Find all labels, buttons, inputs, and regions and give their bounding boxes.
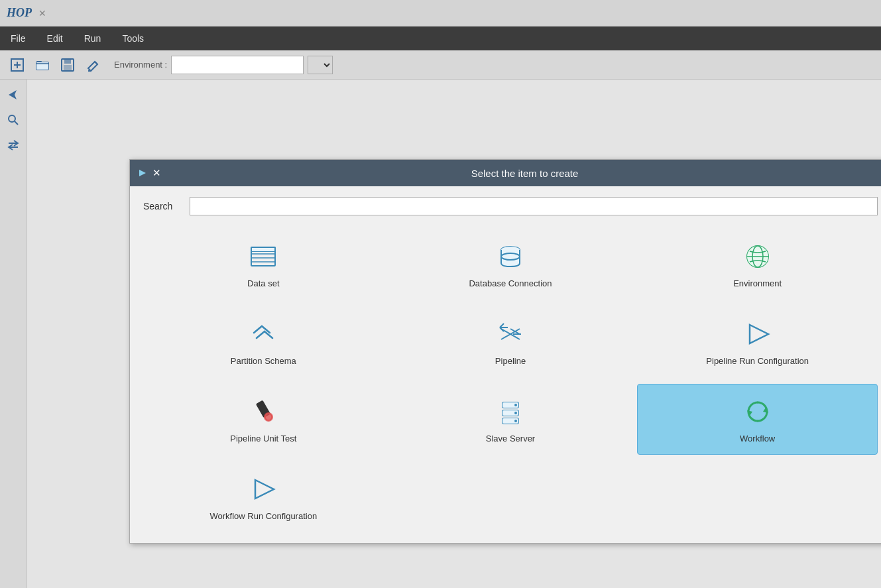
search-input[interactable] (190, 197, 878, 215)
save-icon (60, 58, 75, 72)
search-tool-button[interactable] (3, 110, 23, 130)
svg-marker-10 (9, 90, 17, 99)
dialog-title-bar: ✕ Select the item to create (130, 160, 881, 186)
share-tool-button[interactable] (3, 135, 23, 155)
environment-dropdown[interactable] (308, 56, 333, 74)
menu-run[interactable]: Run (80, 30, 105, 46)
dialog-title: Select the item to create (166, 168, 881, 179)
dialog-pin-icon[interactable]: ✕ (152, 167, 161, 179)
item-slave-server[interactable]: Slave Server (390, 384, 631, 455)
menu-bar: File Edit Run Tools (0, 27, 881, 50)
svg-point-11 (9, 115, 15, 122)
items-grid: Data set Database Connection (143, 229, 878, 532)
app-logo: HOP (7, 6, 32, 20)
main-area: ✕ Select the item to create Search (27, 80, 881, 588)
open-icon (35, 58, 50, 72)
menu-file[interactable]: File (7, 30, 30, 46)
menu-tools[interactable]: Tools (118, 30, 148, 46)
pipeline-run-config-icon (743, 318, 772, 351)
database-icon (496, 240, 525, 273)
globe-icon (743, 240, 772, 273)
dialog-play-icon (138, 168, 147, 178)
pipeline-unit-test-label: Pipeline Unit Test (230, 434, 296, 443)
item-database-connection[interactable]: Database Connection (390, 229, 631, 300)
item-partition-schema[interactable]: Partition Schema (143, 306, 384, 377)
edit-icon (86, 58, 100, 72)
environment-label-item: Environment (733, 278, 782, 288)
svg-line-12 (15, 121, 18, 125)
search-row: Search (143, 197, 878, 215)
menu-edit[interactable]: Edit (43, 30, 67, 46)
dataset-icon (249, 240, 278, 273)
workflow-run-config-icon (249, 473, 278, 506)
close-icon[interactable]: ✕ (38, 8, 46, 19)
arrow-tool-button[interactable] (3, 85, 23, 105)
title-bar: HOP ✕ (0, 0, 881, 27)
dataset-label: Data set (247, 278, 279, 288)
new-icon (10, 58, 25, 72)
workflow-icon (743, 395, 772, 428)
item-workflow[interactable]: Workflow (637, 384, 878, 455)
workflow-label: Workflow (740, 434, 775, 443)
pipeline-icon (496, 318, 525, 351)
save-button[interactable] (57, 54, 78, 76)
svg-rect-8 (64, 65, 72, 70)
pipeline-run-configuration-label: Pipeline Run Configuration (706, 356, 809, 366)
pipeline-label: Pipeline (495, 356, 526, 366)
svg-marker-45 (255, 480, 274, 499)
partition-icon (249, 318, 278, 351)
share-icon (7, 139, 19, 151)
new-button[interactable] (7, 54, 28, 76)
side-toolbar (0, 80, 27, 588)
item-workflow-run-configuration[interactable]: Workflow Run Configuration (143, 461, 384, 532)
test-icon (249, 395, 278, 428)
search-icon (7, 114, 19, 126)
item-pipeline-run-configuration[interactable]: Pipeline Run Configuration (637, 306, 878, 377)
svg-marker-30 (750, 325, 768, 343)
svg-point-41 (514, 412, 517, 414)
item-pipeline-unit-test[interactable]: Pipeline Unit Test (143, 384, 384, 455)
environment-input[interactable] (171, 56, 304, 74)
item-pipeline[interactable]: Pipeline (390, 306, 631, 377)
environment-label: Environment : (114, 60, 167, 70)
database-connection-label: Database Connection (469, 278, 552, 288)
item-environment[interactable]: Environment (637, 229, 878, 300)
partition-schema-label: Partition Schema (231, 356, 296, 366)
svg-point-42 (514, 420, 517, 422)
edit-button[interactable] (82, 54, 103, 76)
slave-server-label: Slave Server (486, 434, 535, 443)
svg-marker-13 (139, 170, 146, 176)
svg-rect-7 (64, 59, 71, 64)
toolbar: Environment : (0, 50, 881, 80)
svg-point-40 (514, 404, 517, 406)
dialog-content: Search (130, 186, 881, 543)
server-icon (496, 395, 525, 428)
create-item-dialog: ✕ Select the item to create Search (129, 159, 881, 544)
workflow-run-configuration-label: Workflow Run Configuration (210, 511, 318, 521)
arrow-icon (7, 89, 19, 101)
open-button[interactable] (32, 54, 53, 76)
item-dataset[interactable]: Data set (143, 229, 384, 300)
search-label: Search (143, 201, 183, 211)
